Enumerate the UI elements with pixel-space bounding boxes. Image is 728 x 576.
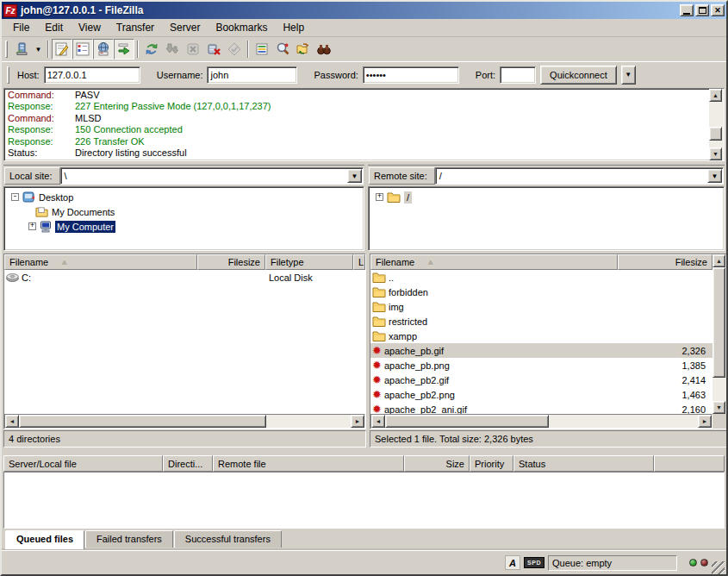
scroll-thumb[interactable] xyxy=(385,415,549,428)
scroll-thumb[interactable] xyxy=(709,127,722,141)
host-input[interactable] xyxy=(44,66,140,84)
maximize-button[interactable] xyxy=(695,4,709,16)
menu-view[interactable]: View xyxy=(71,20,109,35)
folder-icon xyxy=(372,316,386,327)
tab-failed-transfers[interactable]: Failed transfers xyxy=(85,530,173,548)
abort-button[interactable] xyxy=(224,39,245,59)
scroll-down-button[interactable]: ▼ xyxy=(709,147,722,160)
column-filetype[interactable]: Filetype xyxy=(265,254,353,270)
username-input[interactable] xyxy=(207,66,297,84)
remote-hscrollbar[interactable]: ◄ ► xyxy=(370,414,712,429)
queue-list-body[interactable] xyxy=(3,472,725,529)
toggle-transfer-queue-button[interactable] xyxy=(114,39,134,59)
scroll-left-button[interactable]: ◄ xyxy=(371,415,385,428)
expander-icon[interactable]: + xyxy=(376,193,383,201)
remote-file-row[interactable]: .. xyxy=(370,270,712,285)
log-scrollbar[interactable]: ▲ ▼ xyxy=(709,89,724,160)
disconnect-button[interactable] xyxy=(203,39,224,59)
column-direction[interactable]: Directi... xyxy=(163,455,213,472)
menu-help[interactable]: Help xyxy=(275,20,312,35)
quickconnect-grip[interactable] xyxy=(7,66,9,84)
quickconnect-button[interactable]: Quickconnect xyxy=(540,66,617,85)
remote-file-row[interactable]: xampp xyxy=(370,329,712,343)
menu-bookmarks[interactable]: Bookmarks xyxy=(208,20,275,35)
remote-file-row[interactable]: restricted xyxy=(370,314,712,329)
remote-file-row[interactable]: ✹apache_pb2.png 1,463 xyxy=(370,387,712,402)
expander-icon[interactable]: - xyxy=(11,193,19,201)
tree-item-my-computer[interactable]: + My Computer xyxy=(6,219,362,234)
quickconnect-dropdown-button[interactable]: ▼ xyxy=(621,66,636,85)
chevron-down-icon[interactable]: ▼ xyxy=(707,169,722,183)
tab-successful-transfers[interactable]: Successful transfers xyxy=(174,530,282,548)
sort-asc-icon: ▲ xyxy=(60,258,68,266)
resize-grip[interactable] xyxy=(712,561,725,574)
remote-file-row-selected[interactable]: ✹apache_pb.gif 2,326 xyxy=(370,343,712,358)
scroll-right-button[interactable]: ► xyxy=(698,415,712,428)
column-filesize[interactable]: Filesize xyxy=(197,254,265,270)
cancel-operation-button[interactable] xyxy=(183,39,203,59)
toggle-local-tree-button[interactable] xyxy=(72,39,93,59)
remote-file-row[interactable]: ✹apache_pb2_ani.gif 2,160 xyxy=(370,402,712,414)
remote-file-row[interactable]: img xyxy=(370,299,712,314)
local-site-bar: Local site: \ ▼ xyxy=(3,166,364,186)
password-input[interactable] xyxy=(363,66,459,84)
menu-file[interactable]: File xyxy=(5,20,37,35)
synchronized-browsing-button[interactable] xyxy=(293,39,314,59)
column-filename[interactable]: Filename▲ xyxy=(4,254,197,270)
toggle-message-log-button[interactable] xyxy=(52,39,72,59)
scroll-thumb[interactable] xyxy=(19,415,266,428)
remote-file-row[interactable]: ✹apache_pb.png 1,385 xyxy=(370,358,712,373)
column-filename[interactable]: Filename▲ xyxy=(370,254,618,270)
file-search-button[interactable] xyxy=(272,39,293,59)
data-type-indicator-icon[interactable]: A xyxy=(505,555,520,570)
local-file-row[interactable]: C: Local Disk xyxy=(4,270,365,285)
transfer-queue-icon xyxy=(116,41,132,57)
site-manager-button[interactable] xyxy=(11,39,32,59)
speed-limit-indicator-icon[interactable]: SPD xyxy=(524,557,544,568)
queue-splitter[interactable] xyxy=(2,448,726,455)
expander-icon[interactable]: + xyxy=(28,222,36,230)
column-status[interactable]: Status xyxy=(513,455,654,472)
remote-file-row[interactable]: ✹apache_pb2.gif 2,414 xyxy=(370,373,712,387)
scroll-up-button[interactable]: ▲ xyxy=(712,254,725,267)
local-site-combo[interactable]: \ ▼ xyxy=(60,167,364,185)
scroll-down-button[interactable]: ▼ xyxy=(712,401,725,414)
scrollbar-corner xyxy=(712,414,727,429)
toggle-remote-tree-button[interactable] xyxy=(93,39,114,59)
menu-transfer[interactable]: Transfer xyxy=(109,20,162,35)
scroll-thumb[interactable] xyxy=(712,267,725,378)
chevron-down-icon[interactable]: ▼ xyxy=(347,169,362,183)
directory-comparison-button[interactable] xyxy=(314,39,334,59)
scroll-up-button[interactable]: ▲ xyxy=(709,89,722,102)
tree-item-desktop[interactable]: - Desktop xyxy=(6,190,362,204)
column-remote-file[interactable]: Remote file xyxy=(213,455,404,472)
column-size[interactable]: Size xyxy=(404,455,470,472)
remote-vscrollbar[interactable]: ▲ ▼ xyxy=(712,254,727,414)
menu-edit[interactable]: Edit xyxy=(37,20,71,35)
close-button[interactable]: ✕ xyxy=(711,4,725,16)
tree-item-my-documents[interactable]: My Documents xyxy=(6,204,362,219)
scroll-right-button[interactable]: ► xyxy=(351,415,364,428)
process-queue-button[interactable] xyxy=(162,39,183,59)
tree-item-root[interactable]: + / xyxy=(370,190,722,204)
local-hscrollbar[interactable]: ◄ ► xyxy=(4,414,365,429)
menu-server[interactable]: Server xyxy=(162,20,208,35)
column-filesize[interactable]: Filesize xyxy=(618,254,712,270)
remote-site-combo[interactable]: / ▼ xyxy=(435,167,724,185)
remote-file-row[interactable]: forbidden xyxy=(370,285,712,299)
port-input[interactable] xyxy=(500,66,536,84)
refresh-button[interactable] xyxy=(141,39,162,59)
toolbar-grip[interactable] xyxy=(5,41,8,58)
tab-queued-files[interactable]: Queued files xyxy=(5,530,84,549)
column-priority[interactable]: Priority xyxy=(470,455,513,472)
site-manager-dropdown-button[interactable]: ▼ xyxy=(32,39,45,59)
column-last-modified[interactable]: L xyxy=(353,254,365,270)
queue-header: Server/Local file Directi... Remote file… xyxy=(3,455,725,472)
filter-button[interactable] xyxy=(252,39,272,59)
scroll-left-button[interactable]: ◄ xyxy=(5,415,19,428)
minimize-button[interactable] xyxy=(680,4,694,16)
image-file-icon: ✹ xyxy=(372,374,382,385)
column-server-local-file[interactable]: Server/Local file xyxy=(3,455,163,472)
title-bar[interactable]: Fz john@127.0.0.1 - FileZilla ✕ xyxy=(2,2,726,19)
computer-icon xyxy=(40,221,52,233)
